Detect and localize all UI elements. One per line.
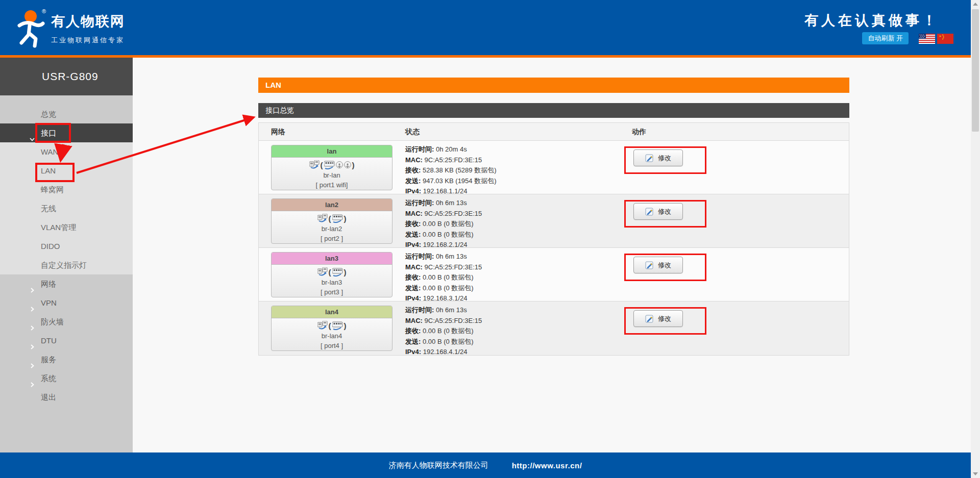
sidebar-item-system[interactable]: 系统 <box>0 369 133 388</box>
status-label: 运行时间: <box>405 306 434 314</box>
status-label: IPv4: <box>405 187 421 195</box>
bridge-name: br-lan <box>272 170 392 180</box>
status-value: 9C:A5:25:FD:3E:15 <box>425 263 482 271</box>
status-value: 192.168.2.1/24 <box>423 241 468 248</box>
brand-logo: ® <box>12 5 48 49</box>
bridge-name: br-lan4 <box>272 331 392 341</box>
edit-button[interactable]: 修改 <box>633 257 683 273</box>
interface-row: lan2 ( ) br-lan2 [ port2 ] 运行时间: 0h 6m 1… <box>259 194 849 248</box>
edit-button-label: 修改 <box>658 154 671 163</box>
sidebar-item-dido[interactable]: DIDO <box>0 237 133 256</box>
ports-label: [ port3 ] <box>272 287 392 297</box>
status-value: 0h 6m 13s <box>436 253 467 260</box>
column-header-action: 动作 <box>632 128 646 137</box>
column-header-status: 状态 <box>405 128 420 137</box>
sidebar-item-vlan[interactable]: VLAN管理 <box>0 218 133 237</box>
bridge-icon <box>317 214 328 223</box>
footer: 济南有人物联网技术有限公司 http://www.usr.cn/ <box>0 452 971 478</box>
status-label: IPv4: <box>405 348 421 356</box>
scrollbar-thumb[interactable] <box>972 9 979 132</box>
edit-pencil-icon <box>645 315 653 323</box>
network-icons: ( ) <box>272 213 392 224</box>
network-name: lan4 <box>272 306 392 318</box>
sidebar-item-overview[interactable]: 总览 <box>0 105 133 123</box>
chevron-right-icon <box>29 357 35 363</box>
sidebar-item-firewall[interactable]: 防火墙 <box>0 312 133 331</box>
chevron-right-icon <box>29 281 35 287</box>
auto-refresh-toggle[interactable]: 自动刷新 开 <box>862 32 909 44</box>
status-value: 192.168.4.1/24 <box>423 348 468 356</box>
sidebar-item-services[interactable]: 服务 <box>0 350 133 369</box>
us-flag-icon[interactable] <box>919 34 935 44</box>
status-block: 运行时间: 0h 6m 13s MAC: 9C:A5:25:FD:3E:15 接… <box>405 251 482 304</box>
top-header: ® 有人物联网 工业物联网通信专家 有人在认真做事！ 自动刷新 开 <box>0 0 971 55</box>
footer-website-link[interactable]: http://www.usr.cn/ <box>512 461 582 470</box>
status-label: 接收: <box>405 327 421 335</box>
status-value: 0.00 B (0 数据包) <box>423 284 474 292</box>
brand-title: 有人物联网 <box>51 12 125 31</box>
cn-flag-icon[interactable] <box>937 34 953 44</box>
edit-button[interactable]: 修改 <box>633 310 683 327</box>
interface-row: lan4 ( ) br-lan4 [ port4 ] 运行时间: 0h 6m 1… <box>259 301 849 355</box>
sidebar-item-wireless[interactable]: 无线 <box>0 199 133 218</box>
sidebar-item-vpn[interactable]: VPN <box>0 293 133 312</box>
status-label: 运行时间: <box>405 145 434 153</box>
wifi-icon <box>344 161 351 168</box>
status-block: 运行时间: 0h 20m 4s MAC: 9C:A5:25:FD:3E:15 接… <box>405 144 497 197</box>
status-value: 9C:A5:25:FD:3E:15 <box>425 210 482 217</box>
edit-pencil-icon <box>645 154 653 162</box>
status-value: 9C:A5:25:FD:3E:15 <box>425 156 482 164</box>
status-label: IPv4: <box>405 241 421 248</box>
edit-button[interactable]: 修改 <box>633 149 683 166</box>
edit-button-label: 修改 <box>658 261 671 270</box>
status-value: 0.00 B (0 数据包) <box>423 327 474 335</box>
sidebar-item-network[interactable]: 网络 <box>0 274 133 293</box>
chevron-right-icon <box>29 319 35 325</box>
chevron-down-icon <box>29 130 35 136</box>
status-value: 528.38 KB (5289 数据包) <box>423 166 497 174</box>
sidebar-item-logout[interactable]: 退出 <box>0 388 133 407</box>
status-value: 192.168.1.1/24 <box>423 187 468 195</box>
section-title: 接口总览 <box>258 103 849 118</box>
bridge-name: br-lan2 <box>272 224 392 234</box>
status-value: 0.00 B (0 数据包) <box>423 338 474 345</box>
bridge-icon <box>309 160 320 169</box>
status-label: MAC: <box>405 156 423 164</box>
chevron-right-icon <box>29 338 35 344</box>
sidebar-item-wan[interactable]: WAN <box>0 142 133 161</box>
sidebar-item-lan[interactable]: LAN <box>0 161 133 180</box>
sidebar-item-cellular[interactable]: 蜂窝网 <box>0 180 133 199</box>
svg-text:®: ® <box>42 8 46 14</box>
status-value: 0h 20m 4s <box>436 145 467 153</box>
network-icons: ( ) <box>272 320 392 331</box>
sidebar-item-interfaces[interactable]: 接口 <box>0 123 133 142</box>
status-value: 0.00 B (0 数据包) <box>423 273 474 281</box>
bridge-icon <box>317 321 328 330</box>
interface-row: lan3 ( ) br-lan3 [ port3 ] 运行时间: 0h 6m 1… <box>259 248 849 301</box>
chevron-right-icon <box>29 375 35 382</box>
footer-company: 济南有人物联网技术有限公司 <box>389 461 488 470</box>
status-label: 接收: <box>405 273 421 281</box>
scroll-up-arrow-icon[interactable] <box>973 3 978 6</box>
status-value: 947.03 KB (1954 数据包) <box>423 177 497 185</box>
status-value: 0h 6m 13s <box>436 199 467 207</box>
status-label: MAC: <box>405 210 423 217</box>
network-name: lan2 <box>272 199 392 211</box>
status-label: MAC: <box>405 263 423 271</box>
status-label: 发送: <box>405 231 421 238</box>
sidebar-item-custom-led[interactable]: 自定义指示灯 <box>0 256 133 274</box>
sidebar-item-dtu[interactable]: DTU <box>0 331 133 350</box>
status-label: 运行时间: <box>405 253 434 260</box>
status-label: 发送: <box>405 284 421 292</box>
status-value: 0h 6m 13s <box>436 306 467 314</box>
vertical-scrollbar[interactable] <box>971 0 980 478</box>
status-value: 0.00 B (0 数据包) <box>423 231 474 238</box>
network-name: lan3 <box>272 253 392 265</box>
network-icons: ( ) <box>272 266 392 278</box>
status-label: 发送: <box>405 338 421 345</box>
edit-button[interactable]: 修改 <box>633 203 683 220</box>
scroll-down-arrow-icon[interactable] <box>973 472 978 475</box>
header-slogan: 有人在认真做事！ <box>804 11 939 30</box>
sidebar: USR-G809 总览 接口 WAN LAN 蜂窝网 无线 VLAN管理 DID… <box>0 58 133 452</box>
status-block: 运行时间: 0h 6m 13s MAC: 9C:A5:25:FD:3E:15 接… <box>405 305 482 358</box>
